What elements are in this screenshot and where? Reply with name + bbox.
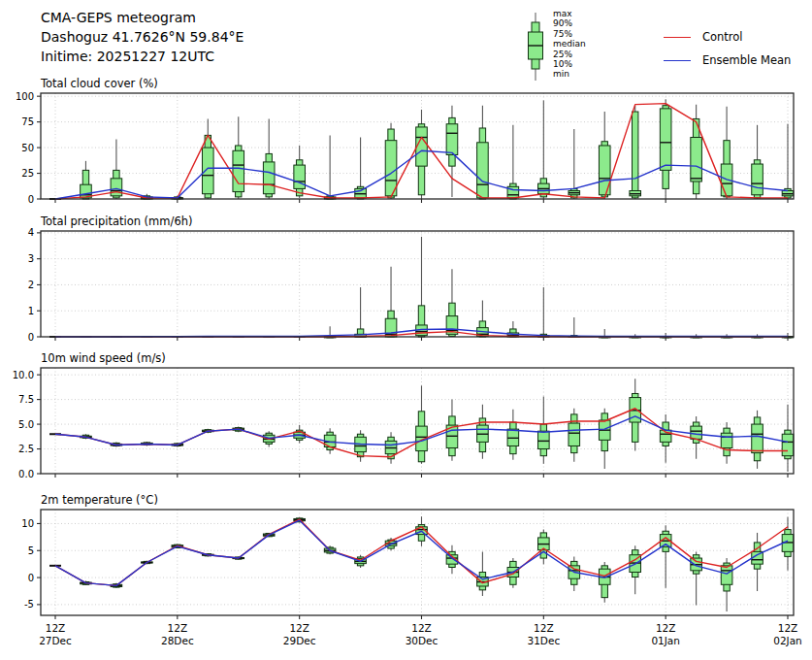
svg-text:3: 3 bbox=[28, 253, 34, 264]
svg-text:31Dec: 31Dec bbox=[527, 635, 560, 646]
svg-text:12Z: 12Z bbox=[168, 622, 188, 634]
svg-text:7.5: 7.5 bbox=[18, 394, 34, 405]
panel-precipitation: 01234Total precipitation (mm/6h) bbox=[28, 214, 794, 343]
svg-text:01Jan: 01Jan bbox=[651, 635, 680, 646]
svg-text:28Dec: 28Dec bbox=[161, 635, 194, 646]
meteogram-page: CMA-GEPS meteogram Dashoguz 41.7626°N 59… bbox=[0, 0, 812, 660]
svg-text:12Z: 12Z bbox=[411, 622, 432, 634]
svg-text:12Z: 12Z bbox=[289, 622, 309, 634]
meteogram-chart: 0255075100Total cloud cover (%)01234Tota… bbox=[0, 0, 812, 660]
svg-text:1: 1 bbox=[28, 306, 34, 316]
svg-text:12Z: 12Z bbox=[778, 622, 798, 634]
panel-temperature: -505102m temperature (°C)12Z27Dec12Z28De… bbox=[21, 493, 802, 646]
svg-text:02Jan: 02Jan bbox=[773, 635, 802, 646]
panel-wind-speed: 0.02.55.07.510.010m wind speed (m/s) bbox=[13, 351, 794, 479]
svg-text:12Z: 12Z bbox=[534, 622, 554, 634]
svg-text:29Dec: 29Dec bbox=[283, 635, 316, 646]
svg-text:27Dec: 27Dec bbox=[39, 635, 72, 646]
svg-text:2: 2 bbox=[28, 280, 34, 290]
svg-text:Total precipitation (mm/6h): Total precipitation (mm/6h) bbox=[40, 214, 192, 228]
svg-text:10: 10 bbox=[21, 518, 34, 529]
svg-text:75: 75 bbox=[21, 116, 34, 127]
svg-text:5: 5 bbox=[28, 545, 34, 556]
svg-text:0.0: 0.0 bbox=[18, 469, 34, 479]
svg-text:30Dec: 30Dec bbox=[406, 635, 438, 646]
panel-cloud-cover: 0255075100Total cloud cover (%) bbox=[16, 77, 794, 205]
svg-text:0: 0 bbox=[28, 194, 34, 205]
svg-text:10.0: 10.0 bbox=[13, 370, 34, 380]
svg-text:2.5: 2.5 bbox=[18, 444, 34, 454]
svg-text:12Z: 12Z bbox=[656, 622, 676, 634]
svg-text:2m temperature (°C): 2m temperature (°C) bbox=[41, 493, 158, 507]
svg-text:4: 4 bbox=[28, 227, 34, 238]
svg-text:0: 0 bbox=[28, 332, 34, 343]
svg-text:50: 50 bbox=[21, 143, 34, 153]
svg-text:Total cloud cover (%): Total cloud cover (%) bbox=[40, 77, 158, 90]
svg-text:12Z: 12Z bbox=[46, 622, 66, 634]
svg-text:10m wind speed (m/s): 10m wind speed (m/s) bbox=[41, 351, 166, 365]
svg-text:5.0: 5.0 bbox=[18, 419, 34, 430]
svg-text:0: 0 bbox=[28, 573, 34, 583]
svg-text:100: 100 bbox=[16, 91, 34, 102]
svg-text:-5: -5 bbox=[24, 599, 34, 610]
svg-text:25: 25 bbox=[21, 168, 34, 179]
